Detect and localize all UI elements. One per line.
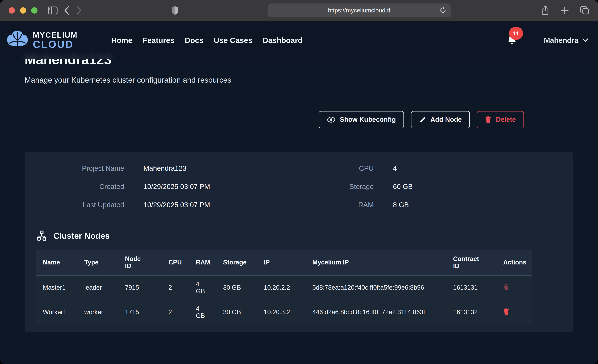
node-contract-id: 1613131 (447, 275, 497, 300)
bell-icon (507, 43, 517, 46)
ram-value: 8 GB (393, 201, 409, 209)
zoom-window-button[interactable] (31, 7, 38, 14)
col-cpu: CPU (162, 250, 189, 275)
node-mycelium-ip: 5d8:78ea:a120:f40c:ff0f:a5fe:99e6:8b96 (306, 275, 447, 300)
show-kubeconfig-label: Show Kubeconfig (340, 116, 396, 123)
cpu-label: CPU (299, 165, 374, 172)
window-controls (9, 7, 38, 14)
cluster-info: Project Name Mahendra123 Created 10/29/2… (36, 165, 562, 209)
brand-name-line1: MYCELIUM (33, 31, 77, 39)
cluster-nodes-header: Cluster Nodes (36, 230, 562, 242)
node-type: worker (78, 300, 118, 324)
node-cpu: 2 (162, 275, 189, 300)
forward-button[interactable] (76, 6, 82, 15)
nav-link-docs[interactable]: Docs (185, 36, 203, 45)
address-bar[interactable]: https://myceliumcloud.tf (267, 3, 451, 17)
back-button[interactable] (63, 6, 70, 15)
storage-value: 60 GB (393, 183, 413, 191)
project-name-label: Project Name (36, 165, 124, 172)
storage-label: Storage (299, 183, 374, 191)
shield-icon[interactable] (171, 6, 179, 15)
eye-icon (327, 116, 335, 123)
col-name: Name (36, 250, 78, 275)
page-viewport: MYCELIUM CLOUD Home Features Docs Use Ca… (0, 21, 598, 364)
notification-badge: 11 (509, 27, 523, 40)
col-contract-id: Contract ID (447, 250, 497, 275)
node-id: 7915 (118, 275, 162, 300)
cluster-nodes-title: Cluster Nodes (53, 231, 110, 241)
last-updated-label: Last Updated (36, 201, 124, 209)
node-actions (497, 300, 532, 324)
sidebar-toggle-icon[interactable] (48, 6, 58, 15)
nav-link-use-cases[interactable]: Use Cases (214, 36, 252, 45)
node-ram: 4 GB (189, 275, 216, 300)
col-mycelium-ip: Mycelium IP (306, 250, 447, 275)
close-window-button[interactable] (9, 7, 15, 14)
navbar-right: 11 Mahendra (507, 34, 589, 46)
minimize-window-button[interactable] (20, 7, 26, 14)
node-mycelium-ip: 446:d2a6:8bcd:8c16:ff0f:72e2:3114:863f (306, 300, 447, 324)
browser-toolbar: https://myceliumcloud.tf (0, 0, 598, 21)
created-value: 10/29/2025 03:07 PM (143, 183, 210, 191)
notifications-button[interactable]: 11 (507, 34, 517, 46)
last-updated-value: 10/29/2025 03:07 PM (143, 201, 210, 209)
node-name: Worker1 (36, 300, 78, 324)
brand[interactable]: MYCELIUM CLOUD (5, 27, 111, 53)
table-row: Master1 leader 7915 2 4 GB 30 GB 10.20.2… (36, 275, 532, 300)
add-node-button[interactable]: Add Node (411, 111, 470, 128)
delete-node-button[interactable] (503, 283, 509, 290)
cluster-details-panel: Project Name Mahendra123 Created 10/29/2… (25, 152, 573, 332)
reload-icon[interactable] (440, 6, 447, 15)
node-storage: 30 GB (216, 300, 257, 324)
tab-overview-icon[interactable] (580, 6, 589, 15)
new-tab-icon[interactable] (560, 6, 569, 15)
col-ip: IP (257, 250, 306, 275)
project-name-value: Mahendra123 (143, 165, 186, 172)
col-node-id: Node ID (118, 250, 162, 275)
ram-label: RAM (299, 201, 374, 209)
nav-link-home[interactable]: Home (111, 36, 133, 45)
show-kubeconfig-button[interactable]: Show Kubeconfig (319, 111, 404, 128)
col-type: Type (78, 250, 118, 275)
add-node-label: Add Node (430, 116, 462, 123)
user-name: Mahendra (544, 36, 578, 44)
mycelium-logo (5, 27, 30, 53)
table-row: Worker1 worker 1715 2 4 GB 30 GB 10.20.3… (36, 300, 532, 324)
nav-links: Home Features Docs Use Cases Dashboard (111, 36, 303, 45)
node-contract-id: 1613132 (447, 300, 497, 324)
browser-window: https://myceliumcloud.tf (0, 0, 598, 364)
cluster-actions: Show Kubeconfig Add Node (25, 111, 573, 128)
site-navbar: MYCELIUM CLOUD Home Features Docs Use Ca… (0, 21, 598, 59)
nav-link-dashboard[interactable]: Dashboard (263, 36, 303, 45)
node-type: leader (78, 275, 118, 300)
node-actions (497, 275, 532, 300)
delete-node-button[interactable] (503, 308, 509, 315)
user-menu[interactable]: Mahendra (544, 36, 589, 44)
page-subtitle: Manage your Kubernetes cluster configura… (25, 75, 573, 84)
created-label: Created (36, 183, 124, 191)
network-icon (36, 230, 47, 242)
nav-link-features[interactable]: Features (143, 36, 174, 45)
node-storage: 30 GB (216, 275, 257, 300)
node-id: 1715 (118, 300, 162, 324)
node-ip: 10.20.3.2 (257, 300, 306, 324)
col-storage: Storage (216, 250, 257, 275)
url-text: https://myceliumcloud.tf (328, 7, 390, 14)
table-header-row: Name Type Node ID CPU RAM Storage IP Myc… (36, 250, 532, 275)
node-name: Master1 (36, 275, 78, 300)
cluster-nodes-table: Name Type Node ID CPU RAM Storage IP Myc… (36, 250, 532, 324)
chevron-down-icon (582, 38, 589, 43)
main-content: Mahendra123 Manage your Kubernetes clust… (0, 52, 598, 332)
delete-cluster-button[interactable]: Delete (477, 111, 524, 128)
node-ram: 4 GB (189, 300, 216, 324)
delete-label: Delete (496, 116, 516, 123)
cpu-value: 4 (393, 165, 397, 172)
pencil-icon (419, 116, 426, 123)
node-ip: 10.20.2.2 (257, 275, 306, 300)
trash-icon (485, 116, 492, 123)
col-ram: RAM (189, 250, 216, 275)
col-actions: Actions (497, 250, 532, 275)
share-icon[interactable] (541, 5, 549, 16)
toolbar-right-icons (540, 5, 589, 16)
node-cpu: 2 (162, 300, 189, 324)
